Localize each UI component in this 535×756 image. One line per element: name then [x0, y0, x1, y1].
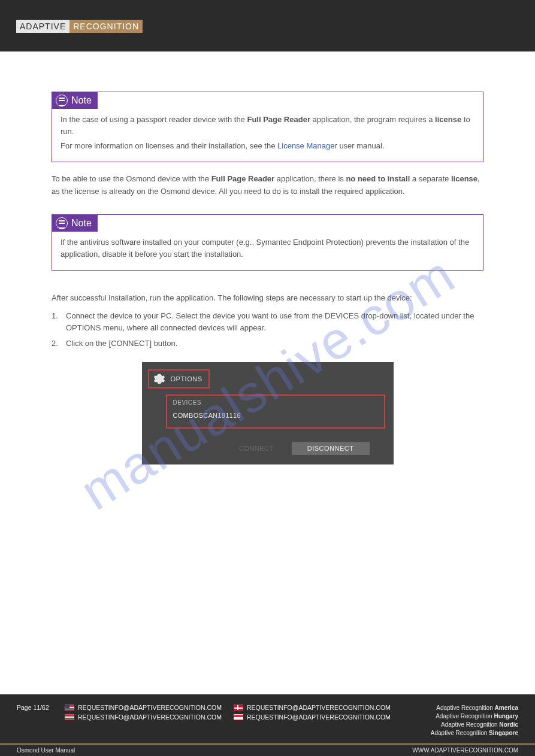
devices-highlight: DEVICES COMBOSCAN181116 — [166, 394, 385, 429]
disconnect-button[interactable]: DISCONNECT — [292, 442, 370, 455]
footer-entry: REQUESTINFO@ADAPTIVERECOGNITION.COM — [234, 714, 391, 721]
flag-sg-icon — [234, 714, 243, 720]
footer-entry: REQUESTINFO@ADAPTIVERECOGNITION.COM — [65, 704, 222, 711]
note-header: Note — [52, 215, 98, 232]
list-intro: After successful installation, run the a… — [52, 292, 483, 304]
footer-loc: Adaptive Recognition — [436, 705, 494, 711]
flag-hu-icon — [65, 714, 74, 720]
connect-button[interactable]: CONNECT — [239, 445, 274, 452]
footer-email: REQUESTINFO@ADAPTIVERECOGNITION.COM — [247, 704, 391, 711]
step-number: 1. — [52, 310, 66, 334]
logo-left: ADAPTIVE — [16, 20, 69, 33]
device-name: COMBOSCAN181116 — [173, 412, 378, 419]
footer-email: REQUESTINFO@ADAPTIVERECOGNITION.COM — [78, 704, 222, 711]
footer-email: REQUESTINFO@ADAPTIVERECOGNITION.COM — [78, 714, 222, 721]
step-item: 1. Connect the device to your PC. Select… — [52, 310, 483, 334]
footer-page-number: Page 11/62 — [17, 704, 65, 737]
para1f: license — [451, 174, 477, 183]
footer-col-1: REQUESTINFO@ADAPTIVERECOGNITION.COM REQU… — [65, 704, 222, 737]
note-label: Note — [71, 218, 92, 229]
footer-url: WWW.ADAPTIVERECOGNITION.COM — [412, 747, 518, 754]
note1-line1a: In the case of using a passport reader d… — [61, 115, 247, 124]
page-header: ADAPTIVE RECOGNITION — [0, 0, 535, 51]
flag-dk-icon — [234, 705, 243, 711]
para1b: Full Page Reader — [211, 174, 274, 183]
note-header: Note — [52, 92, 98, 109]
para1c: application, there is — [274, 174, 346, 183]
para1d: no need to install — [346, 174, 410, 183]
para1e: a separate — [410, 174, 451, 183]
osmond-license-paragraph: To be able to use the Osmond device with… — [52, 173, 483, 197]
footer-loc-bold: Hungary — [494, 713, 518, 719]
note-box-antivirus: Note If the antivirus software installed… — [52, 214, 483, 271]
logo-right: RECOGNITION — [69, 20, 143, 33]
note2-text: If the antivirus software installed on y… — [61, 238, 469, 259]
page-footer: Page 11/62 REQUESTINFO@ADAPTIVERECOGNITI… — [0, 694, 535, 756]
footer-entry: REQUESTINFO@ADAPTIVERECOGNITION.COM — [234, 704, 391, 711]
footer-entry: REQUESTINFO@ADAPTIVERECOGNITION.COM — [65, 714, 222, 721]
note1-sub-suffix: user manual. — [337, 141, 385, 150]
footer-loc-bold: America — [495, 705, 518, 711]
options-label: OPTIONS — [171, 375, 202, 382]
para1a: To be able to use the Osmond device with… — [52, 174, 211, 183]
note1-line1b: application, the program — [310, 115, 396, 124]
note1-bold1: Full Page Reader — [247, 115, 310, 124]
flag-us-icon — [65, 705, 74, 711]
logo: ADAPTIVE RECOGNITION — [16, 19, 143, 34]
footer-loc-bold: Singapore — [489, 730, 518, 736]
footer-right: Adaptive Recognition America Adaptive Re… — [431, 704, 518, 737]
note-body: If the antivirus software installed on y… — [52, 232, 483, 270]
footer-email: REQUESTINFO@ADAPTIVERECOGNITION.COM — [247, 714, 391, 721]
note-label: Note — [71, 95, 92, 106]
note1-bold2: license — [435, 115, 461, 124]
step-number: 2. — [52, 338, 66, 350]
note-icon — [56, 95, 68, 107]
note1-line2a: requires a — [398, 115, 435, 124]
step-text: Click on the [CONNECT] button. — [66, 338, 483, 350]
footer-loc: Adaptive Recognition — [431, 730, 489, 736]
app-screenshot: OPTIONS DEVICES COMBOSCAN181116 CONNECT … — [142, 362, 394, 464]
page-body: Note In the case of using a passport rea… — [0, 51, 535, 464]
note-body: In the case of using a passport reader d… — [52, 109, 483, 162]
footer-loc: Adaptive Recognition — [441, 721, 499, 728]
step-item: 2. Click on the [CONNECT] button. — [52, 338, 483, 350]
note-box-license: Note In the case of using a passport rea… — [52, 92, 483, 162]
devices-label: DEVICES — [173, 399, 378, 406]
footer-doc-title: Osmond User Manual — [17, 747, 75, 754]
note1-sub-prefix: For more information on licenses and the… — [61, 141, 277, 150]
figure-wrap: OPTIONS DEVICES COMBOSCAN181116 CONNECT … — [52, 362, 483, 464]
footer-loc: Adaptive Recognition — [436, 713, 494, 719]
footer-col-2: REQUESTINFO@ADAPTIVERECOGNITION.COM REQU… — [234, 704, 391, 737]
license-manager-link[interactable]: License Manager — [277, 141, 337, 150]
footer-bottom: Osmond User Manual WWW.ADAPTIVERECOGNITI… — [0, 745, 535, 756]
step-text: Connect the device to your PC. Select th… — [66, 310, 483, 334]
options-highlight: OPTIONS — [148, 369, 210, 388]
step-list: 1. Connect the device to your PC. Select… — [52, 310, 483, 350]
note-icon — [56, 217, 68, 229]
footer-loc-bold: Nordic — [499, 721, 518, 728]
gear-icon — [153, 372, 166, 385]
